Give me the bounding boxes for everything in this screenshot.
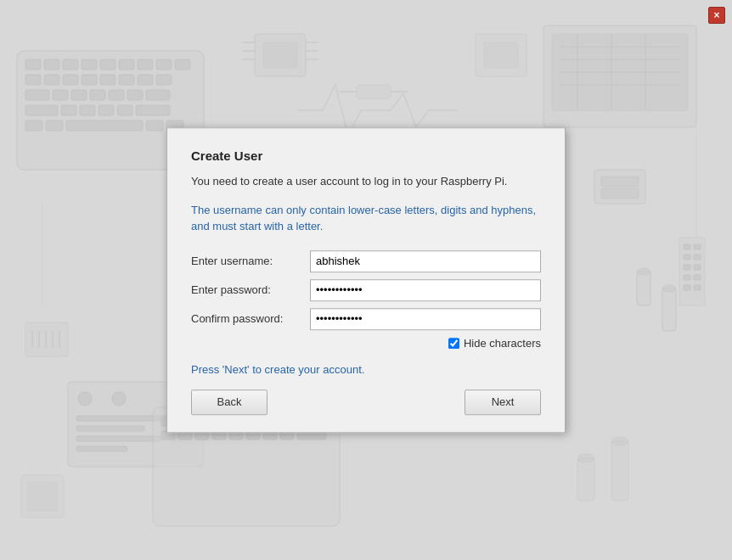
svg-rect-33	[66, 120, 143, 131]
svg-rect-34	[146, 120, 163, 131]
svg-rect-15	[119, 75, 134, 85]
svg-rect-29	[117, 105, 132, 115]
dialog-note: The username can only contain lower-case…	[191, 202, 541, 235]
svg-rect-57	[662, 288, 676, 331]
svg-rect-108	[684, 265, 690, 270]
hide-chars-checkbox[interactable]	[448, 338, 459, 349]
svg-rect-16	[138, 75, 153, 85]
svg-rect-4	[82, 59, 97, 70]
username-row: Enter username:	[191, 250, 541, 272]
svg-rect-109	[694, 265, 701, 270]
svg-rect-55	[637, 272, 650, 305]
svg-point-46	[78, 392, 92, 406]
svg-rect-54	[601, 188, 639, 199]
dialog-description: You need to create a user account to log…	[191, 173, 541, 190]
svg-rect-7	[138, 59, 153, 70]
hide-chars-label[interactable]: Hide characters	[464, 337, 541, 350]
svg-rect-60	[263, 42, 297, 68]
svg-point-117	[611, 437, 628, 445]
svg-rect-119	[28, 482, 57, 511]
svg-rect-107	[694, 255, 701, 260]
password-input[interactable]	[310, 279, 541, 301]
svg-rect-113	[694, 285, 701, 290]
svg-rect-9	[175, 59, 190, 70]
svg-rect-112	[684, 285, 690, 290]
create-user-dialog: Create User You need to create a user ac…	[166, 127, 566, 433]
svg-rect-22	[109, 90, 124, 100]
close-button[interactable]: ×	[708, 7, 725, 24]
svg-rect-105	[694, 244, 701, 249]
button-row: Back Next	[191, 389, 541, 415]
svg-point-56	[637, 268, 650, 275]
svg-rect-51	[76, 446, 127, 451]
svg-rect-21	[90, 90, 105, 100]
svg-rect-53	[601, 176, 639, 187]
svg-rect-20	[71, 90, 87, 100]
svg-rect-1	[25, 59, 41, 70]
username-input[interactable]	[310, 250, 541, 272]
svg-rect-30	[136, 105, 170, 115]
svg-rect-24	[146, 90, 170, 100]
dialog-title: Create User	[191, 148, 541, 163]
svg-rect-11	[44, 75, 59, 85]
svg-rect-114	[577, 458, 594, 501]
svg-rect-32	[46, 120, 63, 131]
svg-rect-14	[100, 75, 115, 85]
confirm-password-input[interactable]	[310, 308, 541, 330]
svg-point-115	[577, 454, 594, 462]
press-next-text: Press 'Next' to create your account.	[191, 363, 541, 376]
svg-rect-5	[100, 59, 115, 70]
svg-rect-104	[684, 244, 690, 249]
svg-rect-102	[484, 42, 518, 68]
svg-rect-111	[694, 275, 701, 280]
svg-rect-8	[156, 59, 172, 70]
svg-rect-26	[61, 105, 76, 115]
svg-rect-2	[44, 59, 59, 70]
svg-rect-25	[25, 105, 58, 115]
confirm-password-row: Confirm password:	[191, 308, 541, 330]
svg-point-58	[662, 285, 676, 292]
svg-rect-49	[76, 426, 144, 431]
svg-rect-110	[684, 275, 690, 280]
svg-rect-50	[76, 436, 161, 441]
svg-rect-19	[53, 90, 68, 100]
next-button[interactable]: Next	[465, 389, 541, 415]
svg-rect-18	[25, 90, 49, 100]
svg-rect-23	[127, 90, 143, 100]
username-label: Enter username:	[191, 255, 310, 267]
password-row: Enter password:	[191, 279, 541, 301]
svg-rect-31	[25, 120, 42, 131]
password-label: Enter password:	[191, 283, 310, 296]
hide-chars-row: Hide characters	[191, 337, 541, 350]
svg-rect-6	[119, 59, 134, 70]
svg-rect-28	[99, 105, 114, 115]
svg-rect-3	[63, 59, 78, 70]
svg-rect-67	[357, 85, 391, 98]
confirm-password-label: Confirm password:	[191, 312, 310, 325]
svg-rect-106	[684, 255, 690, 260]
back-button[interactable]: Back	[191, 389, 267, 415]
svg-rect-27	[80, 105, 95, 115]
svg-rect-12	[63, 75, 78, 85]
svg-rect-13	[82, 75, 97, 85]
svg-point-47	[112, 392, 126, 406]
close-icon: ×	[713, 9, 719, 21]
svg-rect-10	[25, 75, 41, 85]
svg-rect-116	[611, 441, 628, 501]
svg-rect-17	[156, 75, 172, 85]
